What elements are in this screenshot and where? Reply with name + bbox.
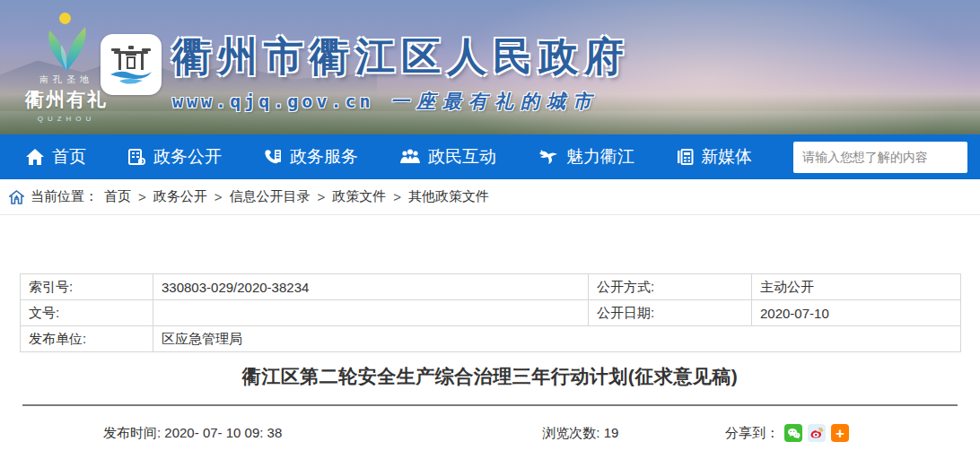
- disclosure-date-label: 公开日期:: [589, 300, 752, 326]
- share-label: 分享到：: [725, 425, 779, 442]
- breadcrumb: 当前位置： 首页 > 政务公开 > 信息公开目录 > 政策文件 > 其他政策文件: [0, 179, 980, 215]
- charm-bird-icon: [538, 148, 559, 166]
- breadcrumb-separator: >: [138, 189, 146, 204]
- brand-latin: QUZHOU: [13, 115, 120, 123]
- nav-label: 政务公开: [153, 145, 222, 169]
- table-row: 发布单位: 区应急管理局: [21, 326, 961, 352]
- document-meta-table: 索引号: 330803-029/2020-38234 公开方式: 主动公开 文号…: [20, 273, 961, 352]
- nav-item-new-media[interactable]: 新媒体: [676, 145, 752, 169]
- hands-bird-icon: [39, 22, 94, 72]
- breadcrumb-item-other-policy-files[interactable]: 其他政策文件: [408, 188, 489, 205]
- view-count-label: 浏览次数:: [542, 425, 599, 440]
- title-divider: [22, 404, 958, 406]
- publish-time: 发布时间: 2020- 07- 10 09: 38: [103, 425, 282, 442]
- nav-item-home[interactable]: 首页: [25, 145, 86, 169]
- breadcrumb-separator: >: [393, 189, 401, 204]
- nav-item-charm-qujiang[interactable]: 魅力衢江: [538, 145, 634, 169]
- breadcrumb-item-home[interactable]: 首页: [104, 188, 131, 205]
- document-meta-bar: 发布时间: 2020- 07- 10 09: 38 浏览次数: 19 分享到：: [0, 424, 980, 442]
- search-input[interactable]: [793, 142, 967, 173]
- nav-label: 新媒体: [701, 145, 752, 169]
- breadcrumb-item-policy-files[interactable]: 政策文件: [332, 188, 386, 205]
- nav-label: 政民互动: [428, 145, 496, 169]
- index-number-label: 索引号:: [21, 274, 153, 300]
- more-share-icon[interactable]: +: [831, 424, 849, 442]
- disclosure-method-value: 主动公开: [752, 274, 961, 300]
- publish-unit-label: 发布单位:: [21, 326, 153, 352]
- doc-number-label: 文号:: [21, 300, 153, 326]
- home-icon: [25, 148, 45, 166]
- page-title: 衢江区第二轮安全生产综合治理三年行动计划(征求意见稿): [0, 364, 980, 389]
- index-number-value: 330803-029/2020-38234: [153, 274, 589, 300]
- view-count: 浏览次数: 19: [542, 425, 618, 442]
- breadcrumb-label: 当前位置：: [31, 188, 98, 205]
- site-subtitle: www.qjq.gov.cn 一座最有礼的城市: [172, 89, 630, 114]
- breadcrumb-item-info-directory[interactable]: 信息公开目录: [230, 188, 311, 205]
- interaction-icon: [399, 148, 421, 166]
- breadcrumb-separator: >: [214, 189, 223, 204]
- breadcrumb-item-gov-disclosure[interactable]: 政务公开: [153, 188, 207, 205]
- gov-disclosure-icon: [127, 148, 146, 166]
- table-row: 索引号: 330803-029/2020-38234 公开方式: 主动公开: [21, 274, 961, 300]
- gate-river-icon: [107, 40, 155, 89]
- doc-number-value: [153, 300, 589, 326]
- breadcrumb-separator: >: [318, 189, 326, 204]
- sun-icon: [59, 13, 71, 24]
- new-media-icon: [676, 148, 694, 166]
- nav-item-gov-disclosure[interactable]: 政务公开: [127, 145, 222, 169]
- nav-label: 魅力衢江: [566, 145, 634, 169]
- weibo-share-icon[interactable]: [808, 424, 826, 442]
- publish-unit-value: 区应急管理局: [153, 326, 961, 352]
- disclosure-date-value: 2020-07-10: [752, 300, 961, 326]
- gov-service-icon: [263, 148, 283, 166]
- nav-item-gov-service[interactable]: 政务服务: [263, 145, 358, 169]
- site-url: www.qjq.gov.cn: [172, 91, 374, 112]
- search-box: [793, 142, 967, 173]
- site-title: 衢州市衢江区人民政府: [172, 30, 630, 83]
- wechat-share-icon[interactable]: [784, 424, 802, 442]
- table-row: 文号: 公开日期: 2020-07-10: [21, 300, 961, 326]
- share-bar: 分享到： +: [725, 424, 849, 442]
- site-logo[interactable]: [101, 34, 162, 95]
- nav-label: 政务服务: [290, 145, 358, 169]
- site-title-block[interactable]: 衢州市衢江区人民政府 www.qjq.gov.cn 一座最有礼的城市: [172, 30, 630, 114]
- nav-label: 首页: [52, 145, 86, 169]
- publish-time-label: 发布时间:: [103, 425, 161, 440]
- view-count-value: 19: [604, 425, 619, 440]
- disclosure-method-label: 公开方式:: [589, 274, 752, 300]
- site-slogan: 一座最有礼的城市: [390, 91, 599, 112]
- main-navbar: 首页 政务公开 政务服务 政民互动 魅力衢江: [0, 134, 980, 179]
- breadcrumb-home-icon: [9, 190, 24, 204]
- publish-time-value: 2020- 07- 10 09: 38: [164, 425, 282, 440]
- site-banner: 南孔圣地 衢州有礼 QUZHOU 衢州市衢江区人民政府 www.qjq.gov.…: [0, 0, 980, 134]
- nav-item-interaction[interactable]: 政民互动: [399, 145, 496, 169]
